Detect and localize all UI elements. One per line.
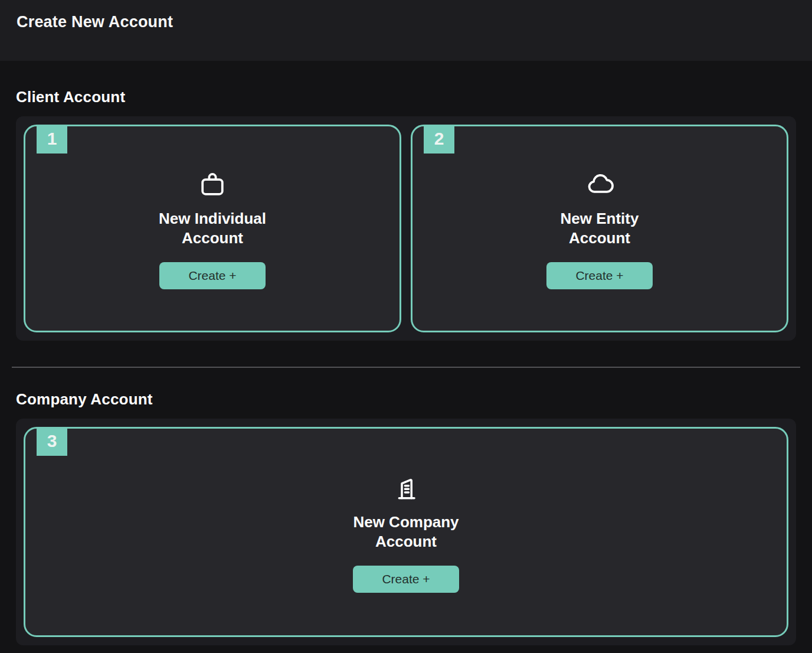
new-entity-account-card: 2 New Entity Account Create +	[411, 125, 788, 332]
client-account-container: 1 New Individual Account Create + 2	[16, 116, 796, 341]
card-title: New Entity Account	[561, 209, 639, 248]
card-number-badge: 2	[424, 125, 454, 154]
company-account-heading: Company Account	[16, 390, 796, 409]
create-account-page: Create New Account Client Account 1 New …	[0, 0, 812, 653]
section-divider	[12, 367, 800, 368]
create-entity-account-button[interactable]: Create +	[546, 262, 653, 289]
briefcase-icon	[196, 168, 229, 201]
building-icon	[389, 471, 423, 504]
main-content: Client Account 1 New Individual Account …	[0, 88, 812, 645]
create-company-account-button[interactable]: Create +	[353, 566, 459, 593]
new-individual-account-card: 1 New Individual Account Create +	[24, 125, 401, 332]
create-individual-account-button[interactable]: Create +	[159, 262, 266, 289]
cloud-icon	[583, 168, 616, 201]
card-number-badge: 1	[37, 125, 67, 154]
client-account-heading: Client Account	[16, 88, 796, 106]
company-account-container: 3 New Company Account Create +	[16, 419, 796, 645]
new-company-account-card: 3 New Company Account Create +	[24, 427, 788, 637]
page-title: Create New Account	[17, 13, 173, 31]
card-number-badge: 3	[37, 427, 67, 456]
header-bar: Create New Account	[0, 0, 812, 61]
card-title: New Individual Account	[159, 209, 266, 248]
card-title: New Company Account	[353, 512, 459, 551]
